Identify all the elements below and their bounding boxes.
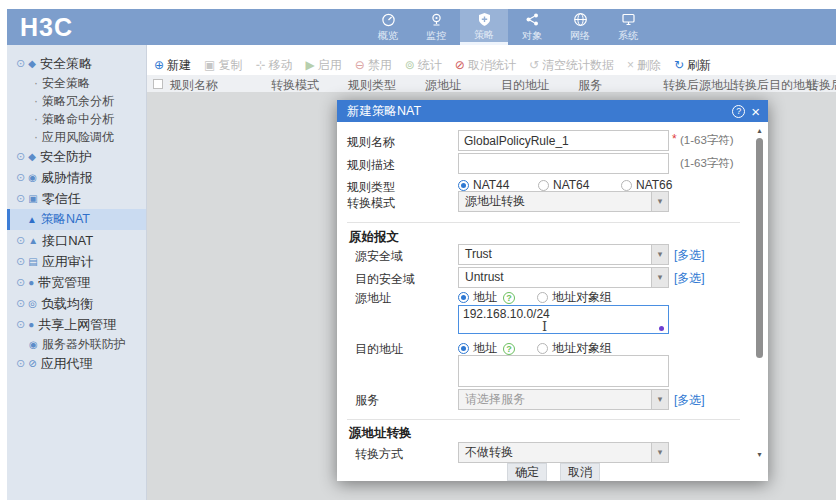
expand-icon[interactable]: ⊙ [16,276,25,289]
new-button[interactable]: ⊕新建 [154,57,191,74]
radio-label: NAT64 [553,178,589,192]
cancel-button[interactable]: 取消 [560,463,600,481]
nav-tab-policy[interactable]: 策略 [460,9,508,45]
scroll-down-icon[interactable]: ▾ [753,450,766,460]
sidebar-item-bandwidth-mgmt[interactable]: ⊙●带宽管理 [7,272,146,293]
expand-icon[interactable]: ⊙ [16,192,25,205]
stats-button[interactable]: ⊚统计 [405,57,442,74]
close-icon[interactable]: × [751,105,760,118]
select-placeholder: 请选择服务 [459,390,668,409]
select-all-checkbox[interactable] [153,79,163,89]
sidebar-item-security-policy[interactable]: ·安全策略 [7,74,146,92]
sidebar-item-shared-internet-mgmt[interactable]: ⊙●共享上网管理 [7,314,146,335]
dst-zone-multi-link[interactable]: [多选] [674,270,705,287]
expand-icon[interactable]: ⊙ [16,171,25,184]
rule-desc-input[interactable] [458,153,669,174]
service-select[interactable]: 请选择服务▾ [458,389,669,410]
rule-name-input[interactable] [458,130,669,151]
rule-desc-hint: (1-63字符) [680,156,734,171]
sidebar-item-load-balance[interactable]: ⊙◎负载均衡 [7,293,146,314]
expand-icon[interactable]: ⊙ [16,234,25,247]
ok-button[interactable]: 确定 [507,463,547,481]
delete-button[interactable]: ×删除 [627,57,661,74]
expand-icon[interactable]: ⊙ [16,357,25,370]
disable-button[interactable]: ⊖禁用 [355,57,392,74]
sidebar-item-label: 应用代理 [41,355,93,373]
sidebar-item-policy-hit-analysis[interactable]: ·策略命中分析 [7,110,146,128]
sidebar-item-label: 策略NAT [41,211,90,228]
radio-nat64[interactable]: NAT64 [538,178,589,192]
refresh-button[interactable]: ↻刷新 [674,57,711,74]
nav-tab-system[interactable]: 系统 [604,9,652,45]
enable-button[interactable]: ▶启用 [305,57,341,74]
sidebar-item-threat-intel[interactable]: ⊙◉威胁情报 [7,167,146,188]
sidebar-item-label: 安全防护 [40,148,92,166]
src-zone-multi-link[interactable]: [多选] [674,247,705,264]
radio-nat66[interactable]: NAT66 [621,178,672,192]
translate-method-select[interactable]: 不做转换▾ [458,442,669,463]
src-addr-radio-address[interactable]: 地址? [458,289,515,306]
expand-icon[interactable]: ⊙ [16,150,25,163]
dst-zone-select[interactable]: Untrust▾ [458,267,669,288]
src-addr-textarea[interactable]: 192.168.10.0/24 [458,305,669,334]
sidebar-item-app-audit[interactable]: ⊙▤应用审计 [7,251,146,272]
sidebar-item-policy-redundancy[interactable]: ·策略冗余分析 [7,92,146,110]
src-addr-label: 源地址 [355,290,391,307]
copy-button[interactable]: ▣复制 [204,57,242,74]
sidebar-item-interface-nat[interactable]: ⊙▲接口NAT [7,230,146,251]
help-circle-icon: ? [503,343,515,355]
dst-addr-label: 目的地址 [355,341,403,358]
shield-icon: ◆ [28,58,36,69]
nav-tab-objects[interactable]: 对象 [508,9,556,45]
dialog-titlebar: 新建策略NAT ? × [337,100,768,122]
text-cursor: I [542,319,547,334]
nav-tab-network[interactable]: 网络 [556,9,604,45]
chevron-down-icon[interactable]: ▾ [651,192,668,211]
radio-circle-icon [458,180,469,191]
radio-circle-icon [538,180,549,191]
scrollbar-thumb[interactable] [756,138,763,358]
expand-icon[interactable]: ⊙ [16,318,25,331]
src-addr-radio-group[interactable]: 地址对象组 [537,289,612,306]
sidebar-item-label: 负载均衡 [41,295,93,313]
sidebar-item-policy-nat[interactable]: ▲策略NAT [7,209,146,230]
radio-nat44[interactable]: NAT44 [458,178,509,192]
sidebar-item-server-outreach-protection[interactable]: ◉服务器外联防护 [7,335,146,353]
sidebar-item-security-policy-group[interactable]: ⊙ ◆ 安全策略 [7,53,146,74]
rule-desc-label: 规则描述 [347,157,395,174]
gauge-icon [381,12,396,28]
sidebar-item-security-protection[interactable]: ⊙◆安全防护 [7,146,146,167]
select-value: Trust [459,245,668,264]
chevron-down-icon[interactable]: ▾ [651,245,668,264]
chevron-down-icon[interactable]: ▾ [651,390,668,409]
help-icon[interactable]: ? [732,105,745,118]
toolbar-button-label: 清空统计数据 [542,57,614,74]
chevron-down-icon[interactable]: ▾ [651,443,668,462]
nav-tab-overview[interactable]: 概览 [364,9,412,45]
proxy-icon: ⊘ [28,358,36,369]
service-multi-link[interactable]: [多选] [674,392,705,409]
expand-icon[interactable]: ⊙ [16,255,25,268]
expand-icon[interactable]: ⊙ [16,57,25,70]
sidebar-item-label: 共享上网管理 [38,316,116,334]
required-asterisk: * [672,132,677,146]
translate-mode-select[interactable]: 源地址转换▾ [458,191,669,212]
sidebar-item-zero-trust[interactable]: ⊙▣零信任 [7,188,146,209]
dst-addr-textarea[interactable] [458,355,669,387]
src-zone-select[interactable]: Trust▾ [458,244,669,265]
play-circle-icon: ▶ [305,58,314,72]
translate-method-label: 转换方式 [355,446,403,463]
nav-tab-label: 监控 [426,29,446,43]
move-button[interactable]: ⊹移动 [255,57,292,74]
cancel-stats-button[interactable]: ⊘取消统计 [455,57,516,74]
scroll-up-icon[interactable]: ▴ [753,126,766,136]
nav-tab-label: 系统 [618,29,638,43]
clear-stats-button[interactable]: ↺清空统计数据 [529,57,614,74]
expand-icon[interactable]: ⊙ [16,297,25,310]
sidebar-item-app-risk-tuning[interactable]: ·应用风险调优 [7,128,146,146]
shield-icon [477,12,492,27]
nav-tab-monitor[interactable]: 监控 [412,9,460,45]
sidebar-item-app-proxy[interactable]: ⊙⊘应用代理 [7,353,146,374]
chevron-down-icon[interactable]: ▾ [651,268,668,287]
x-icon: × [627,58,634,72]
